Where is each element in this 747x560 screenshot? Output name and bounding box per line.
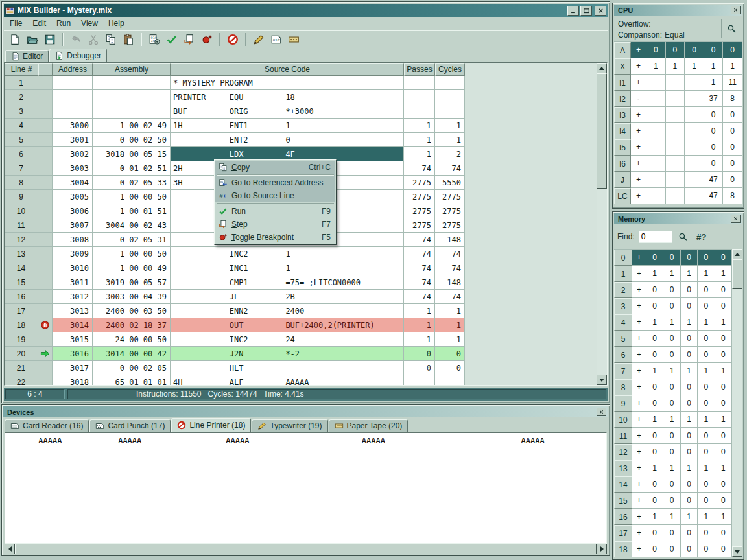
column-header-passes[interactable]: Passes <box>404 63 435 76</box>
minimize-button[interactable] <box>567 6 579 16</box>
scroll-down-button[interactable] <box>732 546 742 557</box>
memory-byte[interactable]: 1 <box>681 460 698 476</box>
source-cell[interactable]: HLT <box>171 361 404 375</box>
device-tab-typewriter-19[interactable]: Typewriter (19) <box>252 419 327 432</box>
passes-cell[interactable]: 1 <box>404 133 435 147</box>
memory-sign[interactable]: + <box>632 525 646 541</box>
breakpoint-cell[interactable] <box>38 375 53 385</box>
memory-byte[interactable]: 1 <box>646 460 663 476</box>
assemble-button[interactable]: 010101 <box>146 32 163 47</box>
menu-view[interactable]: View <box>76 17 103 30</box>
open-button[interactable] <box>24 32 41 47</box>
menu-item-copy[interactable]: CopyCtrl+C <box>215 161 335 174</box>
register-byte[interactable] <box>646 91 666 107</box>
memory-search-button[interactable] <box>676 230 691 243</box>
memory-byte[interactable]: 0 <box>646 282 663 298</box>
memory-byte[interactable]: 0 <box>646 428 663 444</box>
breakpoint-cell[interactable] <box>38 119 53 133</box>
passes-cell[interactable]: 2775 <box>404 218 435 233</box>
memory-byte[interactable]: 0 <box>681 493 698 509</box>
vertical-scrollbar[interactable] <box>597 63 607 385</box>
cpu-search-button[interactable] <box>724 22 739 36</box>
memory-byte[interactable]: 0 <box>681 250 698 266</box>
memory-sign[interactable]: + <box>632 412 646 428</box>
memory-byte[interactable]: 0 <box>698 347 715 363</box>
cut-button[interactable] <box>85 32 102 47</box>
memory-byte[interactable]: 0 <box>698 444 715 460</box>
register-sign[interactable]: - <box>631 91 646 107</box>
horizontal-scrollbar[interactable] <box>5 544 607 554</box>
register-byte[interactable] <box>646 123 666 139</box>
passes-cell[interactable] <box>404 76 435 90</box>
column-header-cycles[interactable]: Cycles <box>435 63 465 76</box>
memory-byte[interactable]: 0 <box>715 428 732 444</box>
register-byte[interactable]: 1 <box>666 58 685 75</box>
address-cell[interactable]: 3008 <box>53 233 93 247</box>
breakpoint-cell[interactable] <box>38 176 53 190</box>
menu-run[interactable]: Run <box>51 17 76 30</box>
assembly-cell[interactable]: 2400 02 18 37 <box>93 318 171 332</box>
cpu-close-button[interactable] <box>731 6 741 14</box>
register-byte[interactable]: 0 <box>704 123 724 139</box>
menu-item-go-to-source-line[interactable]: #Go to Source Line <box>215 189 335 202</box>
memory-byte[interactable]: 0 <box>646 395 663 412</box>
register-byte[interactable] <box>685 75 704 91</box>
memory-byte[interactable]: 1 <box>681 266 698 282</box>
passes-cell[interactable]: 2775 <box>404 204 435 218</box>
breakpoint-cell[interactable] <box>38 361 53 375</box>
address-cell[interactable] <box>53 104 93 119</box>
memory-byte[interactable]: 1 <box>715 314 732 331</box>
memory-byte[interactable]: 1 <box>681 509 698 525</box>
source-cell[interactable]: ENN2 2400 <box>171 304 404 318</box>
cycles-cell[interactable]: 74 <box>435 161 465 176</box>
cycles-cell[interactable]: 1 <box>435 119 465 133</box>
memory-byte[interactable]: 1 <box>715 363 732 379</box>
memory-byte[interactable]: 0 <box>681 379 698 395</box>
cycles-cell[interactable]: 1 <box>435 318 465 332</box>
cycles-cell[interactable] <box>435 104 465 119</box>
breakpoint-cell[interactable] <box>38 247 53 261</box>
cycles-cell[interactable]: 0 <box>435 361 465 375</box>
memory-sign[interactable]: + <box>632 298 646 314</box>
line-number-cell[interactable]: 3 <box>5 104 38 119</box>
register-byte[interactable] <box>685 123 704 139</box>
line-number-cell[interactable]: 7 <box>5 161 38 176</box>
column-header-src[interactable]: Source Code <box>171 63 404 76</box>
memory-byte[interactable]: 0 <box>663 493 680 509</box>
memory-byte[interactable]: 1 <box>663 314 680 331</box>
memory-byte[interactable]: 0 <box>646 525 663 541</box>
memory-byte[interactable]: 0 <box>715 476 732 493</box>
memory-byte[interactable]: 1 <box>663 363 680 379</box>
cycles-cell[interactable]: 0 <box>435 347 465 361</box>
source-cell[interactable]: INC2 24 <box>171 332 404 347</box>
tab-editor[interactable]: Editor <box>5 50 49 62</box>
devices-close-button[interactable] <box>597 408 606 416</box>
line-number-cell[interactable]: 15 <box>5 275 38 290</box>
memory-byte[interactable]: 0 <box>681 282 698 298</box>
memory-byte[interactable]: 1 <box>698 314 715 331</box>
memory-byte[interactable]: 0 <box>663 298 680 314</box>
breakpoint-cell[interactable] <box>38 90 53 104</box>
memory-byte[interactable]: 0 <box>698 428 715 444</box>
memory-byte[interactable]: 0 <box>663 428 680 444</box>
memory-byte[interactable]: 0 <box>715 298 732 314</box>
assembly-cell[interactable]: 3018 00 05 15 <box>93 147 171 161</box>
assembly-cell[interactable]: 65 01 01 01 <box>93 375 171 385</box>
address-cell[interactable] <box>53 76 93 90</box>
register-byte[interactable]: 1 <box>704 75 724 91</box>
line-number-cell[interactable]: 16 <box>5 290 38 304</box>
line-number-cell[interactable]: 19 <box>5 332 38 347</box>
scroll-right-button[interactable] <box>597 544 607 554</box>
passes-cell[interactable] <box>404 375 435 385</box>
passes-cell[interactable]: 1 <box>404 318 435 332</box>
memory-byte[interactable]: 0 <box>646 250 663 266</box>
register-byte[interactable] <box>646 172 666 188</box>
register-byte[interactable]: 47 <box>704 188 724 204</box>
memory-byte[interactable]: 0 <box>715 347 732 363</box>
cycles-cell[interactable]: 1 <box>435 133 465 147</box>
address-cell[interactable] <box>53 90 93 104</box>
memory-byte[interactable]: 1 <box>663 460 680 476</box>
cycles-cell[interactable]: 5550 <box>435 176 465 190</box>
memory-byte[interactable]: 1 <box>698 460 715 476</box>
register-byte[interactable] <box>666 75 685 91</box>
